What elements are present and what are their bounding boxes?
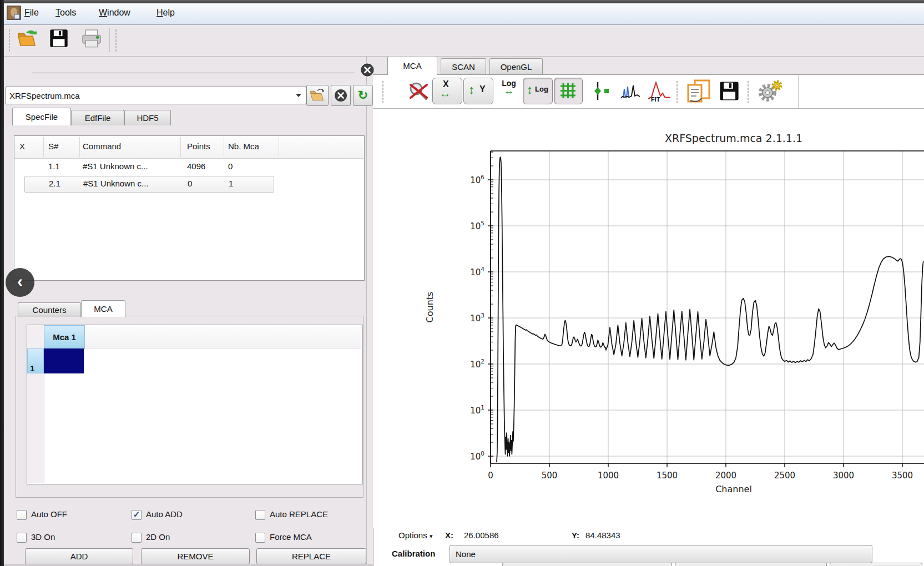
tab-mca-plot[interactable]: MCA xyxy=(387,56,437,75)
mca-selection-table: Mca 1 1 xyxy=(27,325,363,484)
col-x[interactable]: X xyxy=(19,142,25,151)
add-button[interactable]: ADD xyxy=(25,548,133,564)
app-icon xyxy=(7,6,21,20)
checkbox-2d-on[interactable] xyxy=(132,533,142,543)
mca-row-header-1[interactable]: 1 xyxy=(27,348,44,373)
scan-row-2-selected[interactable]: 2.1 #S1 Unknown c... 0 1 xyxy=(24,176,274,193)
menu-file[interactable]: File xyxy=(24,8,39,18)
plot-toolbar-separator xyxy=(676,80,678,103)
panel-splitter[interactable] xyxy=(366,56,367,566)
marker-tool-icon[interactable] xyxy=(590,80,612,104)
tab-hdf5-label: HDF5 xyxy=(137,113,158,123)
col-s[interactable]: S# xyxy=(48,142,58,151)
menu-help[interactable]: Help xyxy=(156,8,175,18)
spectrum-plot[interactable]: XRFSpectrum.mca 2.1.1.1 1001011021031041… xyxy=(373,109,924,528)
open-file-icon[interactable] xyxy=(16,29,38,51)
save-plot-icon[interactable] xyxy=(719,81,739,103)
tab-scan-plot[interactable]: SCAN xyxy=(441,58,486,75)
plot-toolbar-handle[interactable] xyxy=(382,80,384,103)
tab-specfile-label: SpecFile xyxy=(26,112,58,122)
svg-text:500: 500 xyxy=(542,471,558,481)
mca-header-strip xyxy=(44,325,361,348)
dock-title-line xyxy=(32,73,355,73)
sidebar-collapse-button[interactable]: ‹ xyxy=(6,268,34,297)
tab-opengl-plot[interactable]: OpenGL xyxy=(489,58,543,75)
menu-window[interactable]: Window xyxy=(99,8,130,18)
toolbar-drag-handle[interactable] xyxy=(8,29,11,52)
toolbar-drag-handle[interactable] xyxy=(115,29,117,52)
checkbox-force-mca[interactable] xyxy=(255,533,265,543)
plot-toolbar-separator xyxy=(747,80,749,103)
close-source-icon xyxy=(334,89,347,102)
y-autoscale-button[interactable]: ↕ Y xyxy=(463,78,493,104)
x-arrows-icon: ↔ xyxy=(440,87,451,100)
tab-mca-plot-label: MCA xyxy=(403,61,421,70)
checkbox-auto-replace[interactable] xyxy=(255,510,265,520)
col-command[interactable]: Command xyxy=(83,142,121,151)
mca-selected-cell[interactable] xyxy=(44,348,84,373)
svg-text:2000: 2000 xyxy=(715,471,736,481)
x-log-button[interactable]: Log ↔ xyxy=(497,79,521,103)
cut-button[interactable] xyxy=(830,563,922,566)
cut-button[interactable] xyxy=(502,563,672,566)
checkbox-auto-add[interactable]: ✓ xyxy=(132,510,142,520)
replace-button[interactable]: REPLACE xyxy=(256,548,366,564)
checkbox-auto-off[interactable] xyxy=(17,510,27,520)
tab-specfile[interactable]: SpecFile xyxy=(12,108,71,125)
checkbox-label: Auto ADD xyxy=(146,509,183,519)
plot-canvas[interactable]: 1001011021031041051060500100015002000250… xyxy=(373,109,924,517)
close-source-button[interactable] xyxy=(331,85,351,106)
print-icon[interactable] xyxy=(80,29,103,51)
x-autoscale-button[interactable]: X ↔ xyxy=(432,78,462,104)
tab-opengl-plot-label: OpenGL xyxy=(501,62,532,72)
copy-print-icon[interactable] xyxy=(686,79,711,106)
svg-text:1500: 1500 xyxy=(657,471,678,481)
svg-text:102: 102 xyxy=(470,358,484,370)
grid-toggle-button[interactable] xyxy=(554,78,583,104)
cursor-y-value: 84.48343 xyxy=(585,530,620,540)
scan-table-header[interactable]: X S# Command Points Nb. Mca xyxy=(14,136,364,159)
y-axis-label: Counts xyxy=(425,274,435,341)
tab-hdf5[interactable]: HDF5 xyxy=(124,110,171,125)
svg-text:3000: 3000 xyxy=(833,471,854,481)
col-points[interactable]: Points xyxy=(187,142,210,151)
grid-icon xyxy=(561,83,575,98)
checkbox-3d-on[interactable] xyxy=(17,533,27,543)
calibration-value: None xyxy=(456,549,476,559)
toolbar-frame-line xyxy=(798,75,799,108)
refresh-source-button[interactable]: ↻ xyxy=(353,85,373,106)
plugins-gears-icon[interactable] xyxy=(757,78,784,107)
scan-table: X S# Command Points Nb. Mca 1.1 #S1 Unkn… xyxy=(14,135,365,281)
svg-text:103: 103 xyxy=(470,312,484,324)
svg-text:0: 0 xyxy=(488,471,493,481)
refresh-icon: ↻ xyxy=(358,88,368,103)
y-log-button[interactable]: ↕ Log xyxy=(523,78,553,104)
dock-close-icon[interactable] xyxy=(361,63,374,77)
combo-dropdown-icon xyxy=(296,94,301,97)
remove-button[interactable]: REMOVE xyxy=(141,548,250,564)
fit-icon[interactable]: FIT xyxy=(647,80,671,105)
tab-counters[interactable]: Counters xyxy=(18,302,81,317)
zoom-reset-icon[interactable] xyxy=(408,80,430,105)
cut-button[interactable] xyxy=(675,563,827,566)
peak-search-icon[interactable] xyxy=(620,82,640,102)
col-nbmca[interactable]: Nb. Mca xyxy=(228,142,259,151)
svg-text:1000: 1000 xyxy=(598,471,619,481)
tab-mca-left[interactable]: MCA xyxy=(81,300,125,317)
open-source-button[interactable] xyxy=(306,85,329,106)
tab-edffile[interactable]: EdfFile xyxy=(71,110,124,125)
svg-text:100: 100 xyxy=(470,450,484,462)
mca-column-header[interactable]: Mca 1 xyxy=(44,325,85,349)
save-icon[interactable] xyxy=(49,29,72,51)
fit-label: FIT xyxy=(651,96,660,103)
menu-bar: File Tools Window Help xyxy=(4,3,924,25)
svg-text:2500: 2500 xyxy=(774,471,795,481)
calibration-combo[interactable]: None xyxy=(450,545,872,563)
checkbox-label: Auto OFF xyxy=(31,509,67,519)
scan-row-1[interactable]: 1.1 #S1 Unknown c... 4096 0 xyxy=(14,159,363,175)
window-left-edge xyxy=(0,0,4,566)
svg-text:101: 101 xyxy=(470,404,484,416)
menu-tools[interactable]: Tools xyxy=(55,8,76,18)
source-file-combo[interactable]: XRFSpectrum.mca xyxy=(6,87,306,104)
options-menu[interactable]: Options ▾ xyxy=(398,530,432,540)
